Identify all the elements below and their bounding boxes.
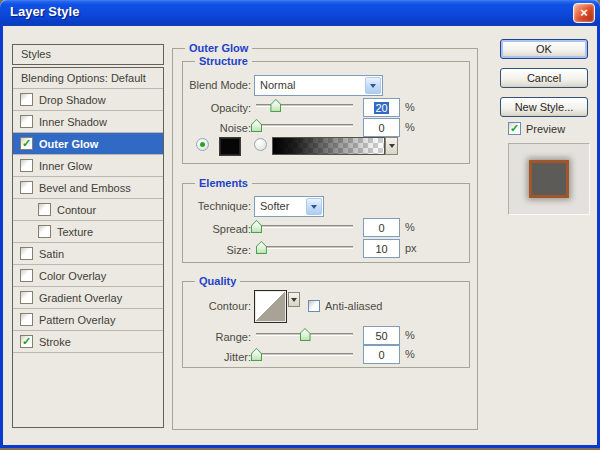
jitter-slider-thumb[interactable] [251, 348, 262, 361]
noise-input[interactable]: 0 [363, 118, 400, 137]
cancel-button[interactable]: Cancel [500, 68, 588, 88]
blend-mode-select[interactable]: Normal [254, 75, 383, 96]
sidebar-item-outer-glow[interactable]: Outer Glow [13, 133, 163, 155]
range-value: 50 [375, 330, 387, 342]
sidebar-item-label: Stroke [39, 336, 71, 348]
close-icon[interactable]: × [573, 3, 595, 23]
size-unit: px [405, 242, 417, 254]
range-label: Range: [185, 331, 251, 343]
sidebar-item-contour[interactable]: Contour [13, 199, 163, 221]
spread-label: Spread: [185, 223, 251, 235]
preview-panel [508, 143, 590, 215]
jitter-label: Jitter: [185, 351, 251, 363]
sidebar-item-label: Satin [39, 248, 64, 260]
slider-track[interactable] [256, 225, 353, 228]
range-slider[interactable] [256, 328, 353, 341]
elements-title: Elements [195, 177, 252, 190]
new-style-button[interactable]: New Style... [500, 97, 588, 117]
sidebar-item-label: Outer Glow [39, 138, 98, 150]
size-slider-thumb[interactable] [256, 241, 267, 254]
size-input[interactable]: 10 [363, 239, 400, 258]
opacity-input[interactable]: 20 [363, 98, 400, 117]
style-enable-checkbox[interactable] [38, 225, 51, 238]
quality-section: Quality Contour: Anti-aliased Range: 50 … [182, 281, 470, 368]
color-radio[interactable] [196, 138, 209, 151]
sidebar-item-drop-shadow[interactable]: Drop Shadow [13, 89, 163, 111]
slider-track[interactable] [256, 246, 353, 249]
sidebar-item-bevel-and-emboss[interactable]: Bevel and Emboss [13, 177, 163, 199]
style-enable-checkbox[interactable] [20, 115, 33, 128]
sidebar-item-label: Drop Shadow [39, 94, 106, 106]
noise-slider-thumb[interactable] [251, 119, 262, 132]
style-enable-checkbox[interactable] [20, 269, 33, 282]
sidebar-item-pattern-overlay[interactable]: Pattern Overlay [13, 309, 163, 331]
styles-header[interactable]: Styles [12, 44, 164, 65]
noise-value: 0 [378, 122, 384, 134]
jitter-input[interactable]: 0 [363, 345, 400, 364]
quality-title: Quality [195, 275, 240, 288]
sidebar-item-inner-glow[interactable]: Inner Glow [13, 155, 163, 177]
preview-checkbox[interactable] [508, 122, 521, 135]
sidebar-item-label: Blending Options: Default [21, 72, 146, 84]
glow-color-swatch[interactable] [219, 137, 241, 156]
spread-slider-thumb[interactable] [251, 220, 262, 233]
styles-list: Blending Options: DefaultDrop ShadowInne… [12, 67, 164, 428]
technique-value: Softer [255, 197, 305, 216]
style-enable-checkbox[interactable] [20, 181, 33, 194]
window-title: Layer Style [10, 4, 79, 19]
jitter-unit: % [405, 348, 415, 360]
contour-picker-arrow-icon[interactable] [288, 292, 300, 307]
sidebar-item-label: Contour [57, 204, 96, 216]
opacity-label: Opacity: [185, 102, 251, 114]
dialog-content: Styles Blending Options: DefaultDrop Sha… [3, 26, 597, 445]
technique-select[interactable]: Softer [254, 196, 324, 217]
slider-track[interactable] [256, 353, 353, 356]
size-slider[interactable] [256, 241, 353, 254]
gradient-bar[interactable] [272, 137, 385, 155]
range-slider-thumb[interactable] [300, 328, 311, 341]
gradient-picker-arrow-icon[interactable] [385, 137, 398, 155]
style-enable-checkbox[interactable] [38, 203, 51, 216]
style-enable-checkbox[interactable] [20, 313, 33, 326]
elements-section: Elements Technique: Softer Spread: 0 % S… [182, 183, 470, 263]
sidebar-item-blending-options-default[interactable]: Blending Options: Default [13, 68, 163, 89]
gradient-radio[interactable] [254, 138, 267, 151]
sidebar-item-inner-shadow[interactable]: Inner Shadow [13, 111, 163, 133]
style-enable-checkbox[interactable] [20, 291, 33, 304]
sidebar-item-satin[interactable]: Satin [13, 243, 163, 265]
sidebar-item-color-overlay[interactable]: Color Overlay [13, 265, 163, 287]
opacity-slider-thumb[interactable] [270, 99, 281, 112]
style-enable-checkbox[interactable] [20, 137, 33, 150]
sidebar-item-label: Pattern Overlay [39, 314, 115, 326]
opacity-slider[interactable] [256, 99, 353, 112]
sidebar-item-stroke[interactable]: Stroke [13, 331, 163, 353]
chevron-down-icon[interactable] [306, 198, 322, 215]
sidebar-item-texture[interactable]: Texture [13, 221, 163, 243]
jitter-slider[interactable] [256, 348, 353, 361]
spread-slider[interactable] [256, 220, 353, 233]
chevron-down-icon[interactable] [365, 77, 381, 94]
style-enable-checkbox[interactable] [20, 247, 33, 260]
style-enable-checkbox[interactable] [20, 93, 33, 106]
range-input[interactable]: 50 [363, 326, 400, 345]
sidebar-item-gradient-overlay[interactable]: Gradient Overlay [13, 287, 163, 309]
anti-aliased-label: Anti-aliased [325, 300, 382, 312]
titlebar: Layer Style × [0, 0, 600, 26]
structure-section: Structure Blend Mode: Normal Opacity: 20… [182, 61, 470, 164]
sidebar-item-label: Texture [57, 226, 93, 238]
spread-input[interactable]: 0 [363, 218, 400, 237]
anti-aliased-checkbox[interactable] [308, 300, 320, 312]
style-enable-checkbox[interactable] [20, 159, 33, 172]
sidebar-item-label: Color Overlay [39, 270, 106, 282]
contour-thumbnail[interactable] [254, 290, 287, 323]
slider-track[interactable] [256, 124, 353, 127]
style-enable-checkbox[interactable] [20, 335, 33, 348]
sidebar-item-label: Inner Glow [39, 160, 92, 172]
noise-slider[interactable] [256, 119, 353, 132]
blend-mode-label: Blend Mode: [185, 79, 251, 91]
size-value: 10 [375, 243, 387, 255]
preview-label: Preview [526, 123, 565, 135]
sidebar-item-label: Gradient Overlay [39, 292, 122, 304]
panel-title: Outer Glow [185, 42, 252, 55]
ok-button[interactable]: OK [500, 39, 588, 59]
